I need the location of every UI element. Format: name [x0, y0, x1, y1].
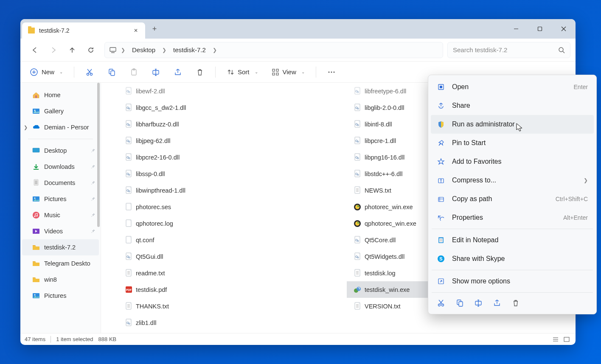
context-menu-add-to-favorites[interactable]: Add to Favorites — [431, 152, 594, 171]
minimize-button[interactable] — [504, 19, 528, 39]
cut-button[interactable] — [81, 64, 98, 80]
view-button[interactable]: View ⌄ — [267, 67, 309, 78]
delete-button[interactable] — [191, 64, 208, 80]
gallery-icon — [32, 107, 40, 115]
maximize-button[interactable] — [528, 19, 552, 39]
selected-count: 1 item selected — [56, 336, 93, 342]
document-icon — [32, 179, 40, 187]
svg-point-150 — [442, 304, 444, 306]
file-item[interactable]: readme.txt — [118, 265, 347, 281]
svg-rect-26 — [276, 73, 278, 75]
context-menu-edit-in-notepad[interactable]: Edit in Notepad — [431, 231, 594, 249]
large-icons-view-button[interactable] — [562, 335, 571, 344]
file-item[interactable]: libpcre2-16-0.dll — [118, 149, 347, 165]
context-menu-share-with-skype[interactable]: SShare with Skype — [431, 249, 594, 268]
more-icon — [437, 277, 445, 285]
sidebar-item-pictures[interactable]: Pictures📌︎ — [20, 191, 101, 207]
breadcrumb-desktop[interactable]: Desktop — [129, 45, 158, 55]
svg-point-44 — [37, 216, 38, 217]
chevron-right-icon[interactable]: ❯ — [211, 47, 219, 53]
up-button[interactable] — [63, 42, 81, 59]
file-item[interactable]: photorec.ses — [118, 199, 347, 215]
share-button[interactable] — [169, 64, 186, 80]
rename-button[interactable] — [147, 64, 164, 80]
file-icon — [125, 137, 132, 145]
context-menu-open[interactable]: OpenEnter — [431, 78, 594, 96]
sidebar-item-downloads[interactable]: Downloads📌︎ — [20, 159, 101, 175]
refresh-button[interactable] — [81, 42, 100, 59]
chevron-right-icon[interactable]: ❯ — [119, 47, 127, 53]
context-menu-show-more-options[interactable]: Show more options — [431, 272, 594, 291]
share-icon[interactable] — [493, 299, 501, 307]
close-button[interactable] — [552, 19, 576, 39]
chevron-right-icon: ❯ — [584, 177, 588, 183]
breadcrumb[interactable]: ❯ Desktop ❯ testdisk-7.2 ❯ — [104, 42, 443, 58]
search-placeholder: Search testdisk-7.2 — [453, 46, 558, 53]
context-menu-pin-to-start[interactable]: Pin to Start — [431, 134, 594, 152]
new-tab-button[interactable]: + — [145, 19, 164, 39]
sidebar-item-desktop[interactable]: Desktop📌︎ — [20, 143, 101, 159]
context-menu-run-as-administrator[interactable]: Run as administrator — [431, 115, 594, 134]
search-input[interactable]: Search testdisk-7.2 — [447, 42, 570, 58]
sort-button[interactable]: Sort ⌄ — [222, 67, 262, 78]
notepad-icon — [437, 236, 445, 244]
chevron-down-icon: ⌄ — [255, 70, 258, 74]
svg-rect-25 — [272, 73, 275, 75]
file-item[interactable]: PDFtestdisk.pdf — [118, 281, 347, 298]
file-item[interactable]: libjpeg-62.dll — [118, 132, 347, 149]
sidebar-item-videos[interactable]: Videos📌︎ — [20, 223, 101, 239]
picture2-icon — [32, 292, 40, 300]
forward-button[interactable] — [44, 42, 63, 59]
back-button[interactable] — [25, 42, 44, 59]
pc-icon — [109, 47, 117, 53]
context-menu-share[interactable]: Share — [431, 96, 594, 115]
copy-icon[interactable] — [455, 299, 464, 307]
folder-icon — [28, 28, 35, 34]
file-icon — [125, 203, 132, 211]
context-menu-copy-as-path[interactable]: Copy as pathCtrl+Shift+C — [431, 190, 594, 208]
file-item[interactable]: libewf-2.dll — [118, 83, 347, 99]
file-item[interactable]: zlib1.dll — [118, 314, 347, 331]
sidebar-item-testdisk-7[interactable]: testdisk-7.2 — [22, 239, 99, 255]
sidebar-item-gallery[interactable]: Gallery — [20, 103, 101, 119]
sidebar-item-win8[interactable]: win8 — [20, 272, 101, 288]
svg-text:PDF: PDF — [126, 288, 132, 291]
download-icon — [32, 163, 40, 171]
sidebar-item-documents[interactable]: Documents📌︎ — [20, 175, 101, 191]
rename-icon[interactable] — [474, 299, 483, 307]
paste-button[interactable] — [125, 64, 142, 80]
file-item[interactable]: Qt5Gui.dll — [118, 248, 347, 265]
chevron-right-icon[interactable]: ❯ — [160, 47, 168, 53]
file-item[interactable]: qt.conf — [118, 232, 347, 248]
details-view-button[interactable] — [551, 335, 560, 344]
context-menu-compress-to[interactable]: Compress to...❯ — [431, 171, 594, 190]
video-icon — [32, 227, 40, 235]
new-button[interactable]: New ⌄ — [25, 66, 67, 78]
svg-rect-139 — [438, 197, 444, 202]
search-icon — [558, 47, 565, 53]
chevron-right-icon[interactable]: ❯ — [24, 125, 28, 130]
file-icon — [125, 319, 132, 327]
svg-point-41 — [34, 198, 36, 199]
file-item[interactable]: THANKS.txt — [118, 298, 347, 314]
delete-icon[interactable] — [511, 299, 520, 307]
sidebar-item-home[interactable]: Home — [20, 87, 101, 103]
sidebar-item-pictures[interactable]: Pictures — [20, 288, 101, 304]
file-item[interactable]: libssp-0.dll — [118, 165, 347, 182]
context-menu-properties[interactable]: PropertiesAlt+Enter — [431, 208, 594, 227]
sidebar-item-telegram[interactable]: Telegram Deskto — [20, 255, 101, 272]
sidebar-item-demian[interactable]: ❯Demian - Persor — [20, 119, 101, 135]
more-button[interactable] — [323, 64, 340, 80]
breadcrumb-folder[interactable]: testdisk-7.2 — [171, 45, 208, 55]
file-item[interactable]: libgcc_s_dw2-1.dll — [118, 99, 347, 116]
context-menu: OpenEnterShareRun as administratorPin to… — [428, 75, 597, 314]
file-item[interactable]: libwinpthread-1.dll — [118, 182, 347, 199]
copy-button[interactable] — [103, 64, 120, 80]
tab-close-button[interactable]: ✕ — [132, 28, 139, 34]
file-item[interactable]: libharfbuzz-0.dll — [118, 116, 347, 132]
cut-icon[interactable] — [437, 299, 445, 307]
svg-rect-135 — [440, 86, 442, 88]
file-item[interactable]: qphotorec.log — [118, 215, 347, 232]
tab[interactable]: testdisk-7.2 ✕ — [22, 22, 145, 39]
sidebar-item-music[interactable]: Music📌︎ — [20, 207, 101, 223]
